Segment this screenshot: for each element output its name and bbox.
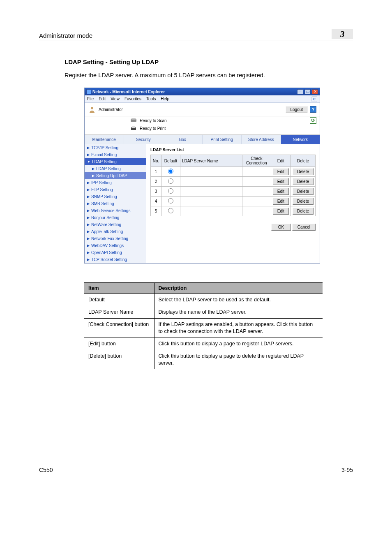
table-row: LDAP Server NameDisplays the name of the… [84, 306, 323, 319]
table-row: [Edit] buttonClick this button to displa… [84, 338, 323, 350]
default-radio[interactable] [168, 178, 173, 184]
page-footer: C550 3-95 [39, 464, 353, 473]
minimize-button[interactable]: – [297, 89, 303, 95]
default-radio[interactable] [168, 169, 173, 174]
admin-label: Administrator [99, 107, 123, 112]
table-row: 4EditDelete [151, 197, 316, 206]
edit-button[interactable]: Edit [273, 178, 289, 185]
edit-button[interactable]: Edit [273, 208, 289, 215]
tab-maintenance[interactable]: Maintenance [85, 135, 124, 144]
chapter-badge: 3 [332, 29, 353, 39]
cancel-button[interactable]: Cancel [292, 224, 316, 231]
delete-button[interactable]: Delete [293, 198, 314, 205]
close-button[interactable]: ✕ [312, 89, 318, 95]
edit-button[interactable]: Edit [273, 188, 289, 195]
table-row: 3EditDelete [151, 187, 316, 197]
ie-icon [86, 89, 91, 94]
sidebar-item-networkfax[interactable]: ▶Network Fax Setting [85, 235, 146, 242]
description-table: ItemDescription DefaultSelect the LDAP s… [84, 282, 323, 369]
tab-network[interactable]: Network [281, 135, 320, 144]
sidebar-item-webservice[interactable]: ▶Web Service Settings [85, 207, 146, 214]
sidebar-item-appletalk[interactable]: ▶AppleTalk Setting [85, 228, 146, 235]
table-row: [Delete] buttonClick this button to disp… [84, 350, 323, 369]
col-no: No. [151, 155, 161, 167]
table-row: 5EditDelete [151, 206, 316, 216]
panel-title: LDAP Server List [150, 148, 316, 152]
menu-tools[interactable]: Tools [146, 97, 156, 101]
sidebar-item-netware[interactable]: ▶NetWare Setting [85, 221, 146, 228]
sidebar-item-webdav[interactable]: ▶WebDAV Settings [85, 242, 146, 249]
window-title: Network - Microsoft Internet Explorer [92, 90, 296, 94]
col-edit: Edit [271, 155, 291, 167]
edit-button[interactable]: Edit [273, 198, 289, 205]
menu-favorites[interactable]: Favorites [125, 97, 141, 101]
maximize-button[interactable]: ▭ [304, 89, 311, 95]
col-def: Default [161, 155, 180, 167]
default-radio[interactable] [168, 198, 173, 204]
menu-file[interactable]: File [87, 97, 94, 101]
sidebar: ▶TCP/IP Setting ▶E-mail Setting ▼LDAP Se… [85, 144, 146, 263]
svg-rect-4 [132, 126, 135, 128]
sidebar-item-settingup-ldap[interactable]: ▶Setting Up LDAP [85, 172, 146, 179]
sidebar-item-tcpsocket[interactable]: ▶TCP Socket Setting [85, 256, 146, 263]
menu-edit[interactable]: Edit [99, 97, 106, 101]
status-print: Ready to Print [140, 126, 166, 131]
sidebar-item-openapi[interactable]: ▶OpenAPI Setting [85, 249, 146, 256]
sidebar-item-ftp[interactable]: ▶FTP Setting [85, 186, 146, 193]
section-title: LDAP Setting - Setting Up LDAP [65, 58, 353, 65]
page-header: Administrator mode 3 [39, 29, 353, 41]
col-del: Delete [291, 155, 316, 167]
col-check: Check Connection [242, 155, 271, 167]
delete-button[interactable]: Delete [293, 178, 314, 185]
sidebar-item-bonjour[interactable]: ▶Bonjour Setting [85, 214, 146, 221]
status-scan: Ready to Scan [140, 118, 167, 123]
col-desc: Description [154, 283, 323, 294]
sidebar-item-email[interactable]: ▶E-mail Setting [85, 151, 146, 158]
help-icon[interactable]: ? [310, 106, 316, 113]
footer-left: C550 [39, 467, 53, 473]
printer-icon [130, 125, 137, 131]
tabbar: Maintenance Security Box Print Setting S… [85, 135, 320, 144]
table-row: DefaultSelect the LDAP server to be used… [84, 294, 323, 306]
scanner-icon [130, 118, 137, 123]
svg-rect-2 [131, 118, 136, 120]
sidebar-item-snmp[interactable]: ▶SNMP Setting [85, 193, 146, 200]
tab-print[interactable]: Print Setting [203, 135, 242, 144]
delete-button[interactable]: Delete [293, 168, 314, 175]
tab-store[interactable]: Store Address [242, 135, 281, 144]
menu-help[interactable]: Help [161, 97, 169, 101]
col-item: Item [84, 283, 154, 294]
screenshot-window: Network - Microsoft Internet Explorer – … [84, 88, 320, 264]
ie-badge-icon: e [311, 96, 317, 102]
table-row: 2EditDelete [151, 177, 316, 187]
main-panel: LDAP Server List No. Default LDAP Server… [146, 144, 320, 263]
col-name: LDAP Server Name [180, 155, 242, 167]
delete-button[interactable]: Delete [293, 188, 314, 195]
default-radio[interactable] [168, 208, 173, 213]
default-radio[interactable] [168, 188, 173, 194]
breadcrumb: Administrator mode [39, 32, 92, 39]
sidebar-item-smb[interactable]: ▶SMB Setting [85, 200, 146, 207]
edit-button[interactable]: Edit [273, 168, 289, 175]
app-header: Administrator Logout ? [85, 103, 320, 116]
tab-box[interactable]: Box [163, 135, 203, 144]
status-block: Ready to Scan ⟳ Ready to Print [85, 116, 320, 135]
logout-button[interactable]: Logout [286, 106, 307, 113]
footer-right: 3-95 [341, 467, 353, 473]
menu-view[interactable]: View [111, 97, 120, 101]
sidebar-item-tcpip[interactable]: ▶TCP/IP Setting [85, 144, 146, 151]
sidebar-item-ipp[interactable]: ▶IPP Setting [85, 179, 146, 186]
refresh-icon[interactable]: ⟳ [310, 117, 316, 124]
ok-button[interactable]: OK [271, 224, 291, 231]
tab-security[interactable]: Security [124, 135, 164, 144]
menubar: File Edit View Favorites Tools Help e [85, 95, 320, 103]
window-titlebar: Network - Microsoft Internet Explorer – … [85, 88, 320, 95]
sidebar-item-ldap-group[interactable]: ▼LDAP Setting [85, 158, 146, 165]
table-row: 1EditDelete [151, 167, 316, 177]
table-row: [Check Connection] buttonIf the LDAP set… [84, 319, 323, 338]
delete-button[interactable]: Delete [293, 208, 314, 215]
section-intro: Register the LDAP server. A maximum of 5… [65, 71, 353, 79]
sidebar-item-ldap[interactable]: ▶LDAP Setting [85, 165, 146, 172]
ldap-table: No. Default LDAP Server Name Check Conne… [150, 155, 316, 216]
admin-icon [88, 105, 96, 113]
